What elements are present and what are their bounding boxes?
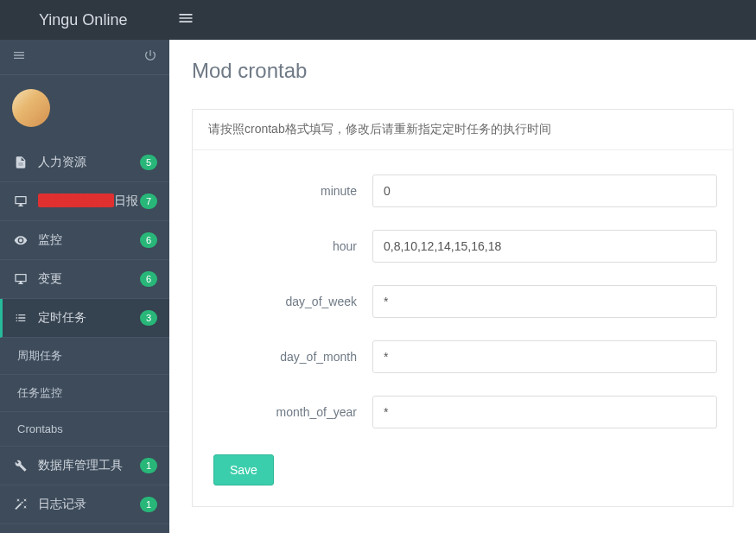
sidebar-subitem-taskmonitor[interactable]: 任务监控 [0,375,169,412]
sidebar-subitem-label: 周期任务 [17,349,62,362]
form-row-hour: hour [208,230,717,263]
sidebar-item-faq[interactable]: FAQ 1 [0,524,169,533]
sidebar-subitem-label: Crontabs [17,422,63,435]
sidebar-badge: 7 [140,194,157,209]
avatar-row [0,75,169,143]
eye-icon [12,233,29,247]
sidebar-item-logs[interactable]: 日志记录 1 [0,485,169,524]
sidebar-item-dbtools[interactable]: 数据库管理工具 1 [0,447,169,485]
sidebar-item-label: 人力资源 [38,155,140,170]
topbar: Yingu Online [0,0,756,40]
sidebar-item-label: 银谷在线运营日报 [38,194,140,209]
sidebar-badge: 6 [140,271,157,287]
form-panel: 请按照crontab格式填写，修改后请重新指定定时任务的执行时间 minute … [192,109,734,507]
sidebar-item-daily-report[interactable]: 银谷在线运营日报 7 [0,182,169,221]
list-icon [12,311,29,325]
sidebar-badge: 6 [140,232,157,248]
sidebar-subitem-crontabs[interactable]: Crontabs [0,412,169,447]
sidebar-item-label: 变更 [38,271,140,287]
sidebar-item-label: 监控 [38,232,140,248]
input-day-of-month[interactable] [372,340,717,373]
input-day-of-week[interactable] [372,285,717,318]
form-hint: 请按照crontab格式填写，修改后请重新指定定时任务的执行时间 [193,110,733,150]
main-content: Mod crontab 请按照crontab格式填写，修改后请重新指定定时任务的… [169,40,756,533]
monitor-icon [12,272,29,286]
form-body: minute hour day_of_week day_of_month mon [193,150,733,506]
label-minute: minute [208,184,372,198]
sidebar-menu-icon[interactable] [12,48,26,66]
sidebar-item-label: 定时任务 [38,310,140,326]
sidebar-item-cron[interactable]: 定时任务 3 [0,299,169,338]
page-title: Mod crontab [192,59,734,83]
label-day-of-month: day_of_month [208,350,372,364]
power-icon[interactable] [143,48,157,66]
file-icon [12,155,29,169]
sidebar: 人力资源 5 银谷在线运营日报 7 监控 6 变更 6 定时任务 3 周期任务 … [0,40,169,533]
sidebar-item-label: 日志记录 [38,497,140,512]
label-day-of-week: day_of_week [208,295,372,308]
sidebar-item-change[interactable]: 变更 6 [0,260,169,299]
save-button[interactable]: Save [213,454,274,485]
form-row-minute: minute [208,174,717,207]
monitor-icon [12,194,29,208]
label-month-of-year: month_of_year [208,405,372,419]
menu-toggle-icon[interactable] [164,10,207,31]
sidebar-item-monitor[interactable]: 监控 6 [0,221,169,260]
sidebar-badge: 1 [140,458,157,473]
input-hour[interactable] [372,230,717,263]
wand-icon [12,498,29,511]
wrench-icon [12,459,29,473]
sidebar-item-label: 数据库管理工具 [38,458,140,473]
sidebar-item-hr[interactable]: 人力资源 5 [0,143,169,182]
input-minute[interactable] [372,174,717,207]
input-month-of-year[interactable] [372,396,717,428]
sidebar-badge: 3 [140,310,157,326]
label-hour: hour [208,239,372,253]
sidebar-subitem-periodic[interactable]: 周期任务 [0,338,169,375]
form-row-dow: day_of_week [208,285,717,318]
avatar[interactable] [12,89,50,127]
form-row-dom: day_of_month [208,340,717,373]
form-row-moy: month_of_year [208,396,717,428]
sidebar-toolbar [0,40,169,75]
sidebar-badge: 5 [140,155,157,170]
sidebar-subitem-label: 任务监控 [17,386,62,399]
sidebar-badge: 1 [140,497,157,512]
brand-title: Yingu Online [13,11,143,29]
